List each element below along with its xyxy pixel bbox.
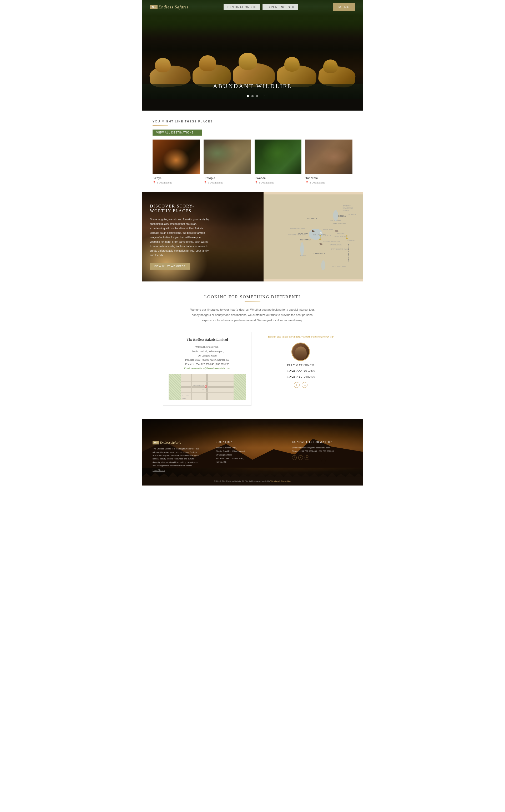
svg-text:Wilson Airport: Wilson Airport (202, 389, 210, 390)
map-thumb-svg: Wilson Business Park Wilson Airport Goog… (169, 374, 246, 400)
contact-info-box: The Endless Safaris Limited Wilson Busin… (163, 332, 251, 405)
destination-card-rwanda[interactable]: Rwanda 📍 3 Destinations (255, 139, 302, 184)
footer-logo: The Endless Safaris (153, 441, 200, 445)
footer-learn-more[interactable]: Learn More → (153, 469, 200, 472)
svg-point-5 (300, 242, 304, 256)
expert-facebook-icon[interactable]: f (294, 382, 300, 388)
svg-text:LAKE MANYARA: LAKE MANYARA (330, 244, 342, 246)
hero-dot-1[interactable] (247, 95, 249, 97)
svg-text:LAIKIPIA: LAIKIPIA (343, 210, 349, 211)
footer-contact-col: CONTACT INFORMATION Email: reservations@… (292, 441, 352, 460)
destination-card-kenya[interactable]: Kenya 📍 3 Destinations (153, 139, 200, 184)
looking-text: We tune our itineraries to your heart's … (187, 307, 318, 323)
hero-dot-3[interactable] (256, 95, 258, 97)
footer-hero: The Endless Safaris The Endless Safaris … (142, 419, 363, 477)
hero-overlay: ABUNDANT WILDLIFE (142, 83, 363, 90)
pin-icon-kenya: 📍 (153, 181, 156, 184)
expert-phones: +254 722 385248 +254 735 590268 (262, 368, 339, 380)
logo-name: Endless Safaris (159, 5, 189, 9)
navbar-logo: The Endless Safaris (150, 5, 189, 9)
destination-card-tanzania[interactable]: Tanzania 📍 3 Destinations (305, 139, 352, 184)
svg-text:MAHALE: MAHALE (300, 255, 306, 256)
svg-point-6 (321, 260, 325, 270)
lion-3 (233, 56, 275, 87)
po-box: P.O. Box 1693 - 00502 Karen, Nairobi, KE (185, 359, 229, 361)
footer-location-text: Wilson Business Park, Charlie Grnd Flr, … (216, 446, 276, 464)
tanzania-count: 📍 3 Destinations (305, 181, 352, 184)
destinations-nav-btn[interactable]: DESTINATIONS ▦ (223, 4, 260, 10)
svg-text:LAKE NAKURU: LAKE NAKURU (330, 220, 341, 221)
svg-text:LAKE TURKANA: LAKE TURKANA (333, 223, 347, 225)
footer-email: Email: reservations@endlesssafaris.com (292, 447, 330, 449)
menu-button[interactable]: Menu (333, 3, 355, 11)
avatar-shape (295, 346, 307, 360)
map-svg: LAKE VICTORIA LAKE TURKANA KENYA UGANDA … (264, 192, 363, 281)
looking-title: LOOKING FOR SOMETHING DIFFERENT? (153, 295, 352, 300)
places-underline (153, 125, 168, 126)
footer-twitter-icon[interactable]: t (298, 455, 303, 460)
svg-text:SERENGETI: SERENGETI (323, 235, 331, 236)
svg-text:KENYA: KENYA (338, 215, 346, 217)
svg-text:LEWA DOWNS: LEWA DOWNS (343, 207, 353, 209)
expert-phone-2: +254 735 590268 (262, 374, 339, 380)
page-wrapper: ABUNDANT WILDLIFE ← → The Endless Safari… (142, 0, 363, 485)
destination-card-ethiopia[interactable]: Ethiopia 📍 6 Destinations (204, 139, 250, 184)
footer-logo-the: The (153, 441, 159, 444)
svg-text:MT. KILIMANJARO: MT. KILIMANJARO (335, 236, 347, 237)
svg-text:TSAVO WEST: TSAVO WEST (347, 240, 357, 241)
hero-lions (142, 56, 363, 87)
svg-text:MT. KENYA: MT. KENYA (348, 214, 356, 215)
footer-contact-title: CONTACT INFORMATION (292, 441, 352, 443)
svg-point-34 (320, 235, 321, 236)
ethiopia-count: 📍 6 Destinations (204, 181, 250, 184)
next-arrow[interactable]: → (261, 93, 266, 99)
experiences-nav-btn[interactable]: EXPERIENCES ▦ (263, 4, 298, 10)
contact-email[interactable]: Email: reservations@theendlesssafaris.co… (184, 367, 230, 370)
footer-contact-text: Email: reservations@endlesssafaris.com P… (292, 446, 352, 453)
svg-point-37 (312, 230, 313, 231)
footer-facebook-icon[interactable]: f (292, 455, 297, 460)
kenya-image (153, 139, 200, 174)
kenya-count: 📍 3 Destinations (153, 181, 200, 184)
view-all-destinations-btn[interactable]: VIEW ALL DESTINATIONS → (153, 130, 202, 136)
experiences-icon: ▦ (292, 6, 294, 8)
destinations-grid: Kenya 📍 3 Destinations Ethiopia 📍 6 Dest… (153, 139, 352, 184)
footer-linkedin-icon[interactable]: in (305, 455, 309, 460)
svg-text:Map data ©2022: Map data ©2022 (182, 395, 189, 396)
footer-made-by-link[interactable]: Westbrook Consulting (271, 480, 291, 482)
logo-the: The (150, 5, 158, 9)
arrow-icon: → (195, 131, 198, 134)
ethiopia-name: Ethiopia (204, 176, 250, 180)
svg-text:INDIAN OCEAN: INDIAN OCEAN (347, 244, 350, 262)
view-what-we-offer-btn[interactable]: VIEW WHAT WE OFFER (150, 263, 190, 270)
discover-title: DISCOVER STORY-WORTHY PLACES (150, 204, 210, 213)
svg-point-42 (346, 235, 347, 236)
facebook-label: f (296, 384, 297, 386)
pin-icon-ethiopia: 📍 (204, 181, 207, 184)
map-container: LAKE VICTORIA LAKE TURKANA KENYA UGANDA … (264, 192, 363, 281)
contact-phone: Phone: (+254) 722 385 248 | 735 509 268 (185, 363, 229, 365)
footer-columns: The Endless Safaris The Endless Safaris … (142, 435, 363, 477)
rwanda-count: 📍 3 Destinations (255, 181, 302, 184)
footer-social-icons: f t in (292, 455, 352, 460)
hero-title: ABUNDANT WILDLIFE (142, 83, 363, 90)
expert-linkedin-icon[interactable]: in (302, 382, 308, 388)
discover-photo: DISCOVER STORY-WORTHY PLACES Share laugh… (142, 192, 264, 281)
hero-dot-2[interactable] (251, 95, 254, 97)
expert-phone-1: +254 722 385248 (262, 368, 339, 374)
address-line3: Off Langata Road (198, 354, 217, 357)
pin-icon-tanzania: 📍 (305, 181, 309, 184)
discover-text: Share laughter, warmth and fun with your… (150, 217, 210, 257)
rwanda-name: Rwanda (255, 176, 302, 180)
svg-text:BWINDI I. NAT. PARK: BWINDI I. NAT. PARK (290, 227, 305, 229)
footer-logo-name: Endless Safaris (160, 441, 181, 445)
expert-prompt: You can also talk to our itinerary exper… (262, 335, 339, 339)
address-line1: Wilson Business Park, (195, 346, 219, 348)
contact-map-thumb[interactable]: Wilson Business Park Wilson Airport Goog… (169, 374, 246, 400)
destinations-icon: ▦ (253, 6, 256, 8)
prev-arrow[interactable]: ← (239, 93, 244, 99)
contact-wrapper: The Endless Safaris Limited Wilson Busin… (163, 332, 342, 405)
svg-point-45 (320, 232, 321, 233)
contact-address: Wilson Business Park, Charlie Grnd Flr, … (169, 345, 246, 370)
view-all-label: VIEW ALL DESTINATIONS (156, 131, 194, 134)
